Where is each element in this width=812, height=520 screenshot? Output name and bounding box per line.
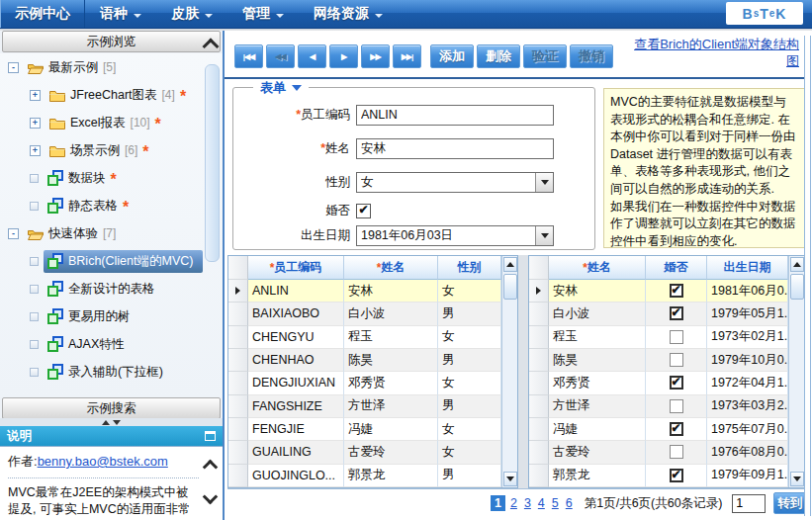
grid-cell[interactable]: 方世泽 bbox=[344, 395, 438, 418]
row-indicator-cell[interactable] bbox=[228, 326, 248, 349]
grid-cell[interactable]: 白小波 bbox=[549, 303, 646, 325]
goto-page-button[interactable]: 转到 bbox=[773, 492, 806, 514]
row-indicator-cell[interactable] bbox=[228, 349, 248, 372]
checkbox-checked-icon[interactable] bbox=[670, 469, 683, 482]
grid-cell[interactable]: 女 bbox=[438, 372, 501, 394]
tree-item-row[interactable]: 最新示例[5] bbox=[24, 56, 120, 79]
grid-cell[interactable]: 1976年08月0... bbox=[707, 441, 788, 464]
grid-cell[interactable]: 邓秀贤 bbox=[344, 372, 438, 394]
grid-cell[interactable]: 陈昊 bbox=[344, 349, 438, 372]
scroll-down-button[interactable] bbox=[790, 472, 804, 486]
tree-item-row[interactable]: BRich(Client端的MVC) bbox=[44, 250, 203, 273]
next-page-button[interactable]: ▶▶ bbox=[361, 44, 390, 68]
expand-plus-icon[interactable]: + bbox=[30, 90, 41, 101]
row-indicator-cell[interactable] bbox=[529, 418, 549, 441]
tree-scroll-up-icon[interactable] bbox=[205, 41, 217, 52]
grid-cell[interactable]: 安林 bbox=[344, 280, 438, 303]
tree-item-row[interactable]: JFreeChart图表[4]* bbox=[45, 84, 190, 107]
grid-cell[interactable]: GUAILING bbox=[248, 441, 344, 464]
row-indicator-cell[interactable] bbox=[228, 465, 248, 487]
grid-cell[interactable]: CHENGYU bbox=[248, 326, 344, 349]
checkbox-unchecked-icon[interactable] bbox=[670, 445, 683, 459]
page-link[interactable]: 2 bbox=[508, 495, 519, 511]
grid-cell[interactable]: 男 bbox=[438, 349, 501, 372]
grid-cell[interactable] bbox=[646, 372, 707, 394]
scrollbar-thumb[interactable] bbox=[790, 274, 804, 300]
column-header[interactable]: 出生日期 bbox=[707, 256, 788, 280]
grid-cell[interactable]: 郭景龙 bbox=[549, 465, 646, 487]
tree-item[interactable]: +场景示例[6]* bbox=[0, 136, 223, 164]
sample-search-header[interactable]: 示例搜索 bbox=[2, 397, 221, 419]
author-email-link[interactable]: benny.bao@bstek.com bbox=[38, 454, 168, 469]
grid-cell[interactable]: 1973年02月1... bbox=[707, 326, 788, 349]
column-header[interactable]: *姓名 bbox=[344, 256, 438, 280]
scroll-up-button[interactable] bbox=[503, 257, 517, 272]
checkbox-checked-icon[interactable] bbox=[670, 306, 683, 320]
row-indicator-cell[interactable] bbox=[529, 349, 549, 372]
column-header[interactable]: *姓名 bbox=[549, 256, 646, 280]
grid-cell[interactable]: 程玉 bbox=[549, 326, 646, 349]
column-header[interactable]: *员工编码 bbox=[248, 256, 344, 280]
tree-item[interactable]: 数据块* bbox=[0, 164, 223, 192]
grid-cell[interactable] bbox=[646, 303, 707, 325]
checkbox-unchecked-icon[interactable] bbox=[670, 399, 683, 413]
grid-cell[interactable] bbox=[646, 441, 707, 464]
row-indicator-cell[interactable] bbox=[228, 372, 248, 394]
married-checkbox[interactable] bbox=[356, 204, 371, 218]
grid-cell[interactable]: 方世泽 bbox=[549, 395, 646, 418]
scroll-up-button[interactable] bbox=[790, 257, 804, 272]
grid-cell[interactable]: ANLIN bbox=[248, 280, 344, 303]
grid-scrollbar[interactable] bbox=[501, 256, 517, 487]
last-record-button[interactable]: ▶▶| bbox=[393, 44, 421, 68]
grid-cell[interactable] bbox=[646, 465, 707, 487]
tree-item[interactable]: +Excel报表[10]* bbox=[0, 109, 223, 136]
column-header[interactable]: 婚否 bbox=[646, 256, 707, 280]
form-legend[interactable]: 表单 bbox=[253, 79, 309, 97]
nav-item-1[interactable]: 示例中心 bbox=[0, 0, 85, 28]
expand-plus-icon[interactable]: + bbox=[30, 118, 41, 129]
tree-item[interactable]: 录入辅助(下拉框) bbox=[0, 358, 223, 386]
scroll-down-button[interactable] bbox=[503, 472, 517, 486]
row-indicator-cell[interactable] bbox=[529, 465, 549, 487]
grid-cell[interactable]: 男 bbox=[438, 303, 501, 325]
grid-cell[interactable]: 男 bbox=[438, 465, 501, 487]
tree-item-row[interactable]: 快速体验[7] bbox=[24, 222, 120, 245]
row-indicator-cell[interactable] bbox=[228, 303, 248, 325]
grid-cell[interactable]: 古爱玲 bbox=[549, 441, 646, 464]
tree-item-row[interactable]: 更易用的树 bbox=[44, 305, 135, 328]
grid-cell[interactable]: 冯婕 bbox=[549, 418, 646, 441]
grid-scrollbar[interactable] bbox=[788, 256, 805, 487]
tree-item[interactable]: 静态表格* bbox=[0, 192, 223, 219]
grid-cell[interactable]: 陈昊 bbox=[549, 349, 646, 372]
next-record-button[interactable]: ▶ bbox=[329, 44, 358, 68]
checkbox-checked-icon[interactable] bbox=[670, 422, 683, 436]
nav-item-3[interactable]: 皮肤 bbox=[156, 0, 227, 28]
tree-item[interactable]: -最新示例[5] bbox=[0, 53, 223, 81]
grid-cell[interactable]: 冯婕 bbox=[344, 418, 438, 441]
note-scroll-down-icon[interactable] bbox=[205, 491, 216, 502]
row-indicator-cell[interactable] bbox=[529, 372, 549, 394]
row-indicator-cell[interactable] bbox=[228, 280, 248, 303]
column-header[interactable]: 性别 bbox=[438, 256, 501, 280]
row-indicator-cell[interactable] bbox=[529, 280, 549, 303]
name-field[interactable] bbox=[356, 138, 554, 159]
row-indicator-cell[interactable] bbox=[529, 395, 549, 418]
delete-button[interactable]: 删除 bbox=[477, 44, 520, 68]
grid-cell[interactable]: 1972年04月1... bbox=[707, 372, 788, 394]
nav-item-5[interactable]: 网络资源 bbox=[299, 0, 398, 28]
tree-item-row[interactable]: Excel报表[10]* bbox=[45, 112, 165, 134]
grid-cell[interactable] bbox=[646, 418, 707, 441]
page-link[interactable]: 5 bbox=[550, 495, 561, 511]
tree-item-row[interactable]: 静态表格* bbox=[44, 195, 133, 217]
tree-item[interactable]: -快速体验[7] bbox=[0, 219, 223, 247]
note-scroll-up-icon[interactable] bbox=[205, 462, 216, 473]
grid-cell[interactable]: 女 bbox=[438, 418, 501, 441]
tree-item-row[interactable]: 全新设计的表格 bbox=[44, 278, 159, 301]
collapse-minus-icon[interactable]: - bbox=[8, 228, 19, 239]
tree-item-row[interactable]: 录入辅助(下拉框) bbox=[44, 361, 167, 384]
birthdate-select[interactable]: 1981年06月03日 bbox=[356, 225, 554, 246]
grid-cell[interactable]: 1981年06月0... bbox=[707, 280, 788, 303]
page-link[interactable]: 4 bbox=[536, 495, 547, 511]
grid-cell[interactable] bbox=[646, 395, 707, 418]
tree-scrollbar-thumb[interactable] bbox=[205, 64, 220, 262]
